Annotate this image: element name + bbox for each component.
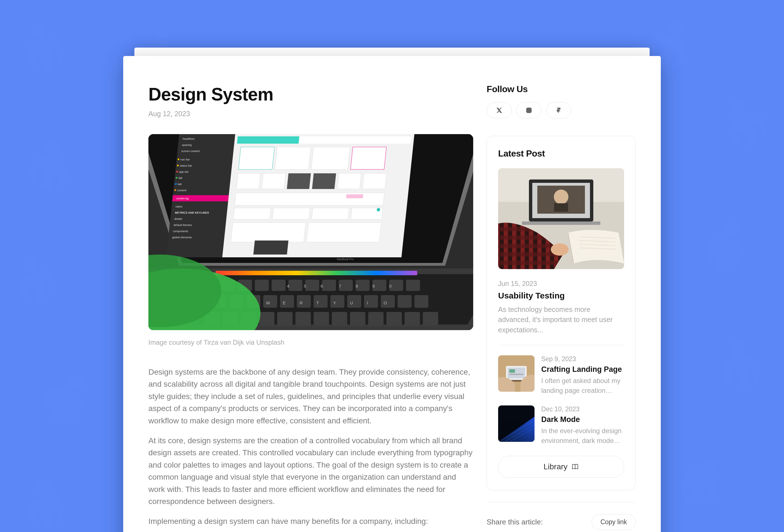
svg-rect-103 [306,223,381,242]
svg-text:MacBook Pro: MacBook Pro [337,258,354,261]
svg-text:9: 9 [372,284,375,288]
featured-post-date: Jun 15, 2023 [498,280,624,287]
svg-rect-4 [216,271,417,275]
svg-rect-95 [337,173,361,189]
svg-rect-93 [287,173,311,189]
page-title: Design System [148,84,473,105]
share-label: Share this article: [487,518,543,526]
svg-rect-40 [386,312,402,326]
svg-rect-92 [261,173,286,189]
svg-text:R: R [300,301,303,305]
svg-rect-29 [414,295,428,308]
post-thumbnail [498,405,534,442]
svg-rect-104 [253,241,288,254]
svg-text:divider: divider [174,217,183,220]
svg-point-118 [554,190,568,204]
svg-text:tab: tab [178,183,182,186]
svg-rect-87 [239,147,274,169]
svg-text:5: 5 [304,284,306,288]
svg-rect-42 [423,312,438,326]
svg-rect-41 [404,312,420,326]
post-title: Crafting Landing Page [541,365,624,374]
svg-rect-7 [255,280,269,291]
library-button[interactable]: Library [498,456,624,478]
svg-rect-37 [332,312,347,326]
svg-text:nav bar: nav bar [180,158,190,161]
book-icon [571,463,579,470]
svg-rect-119 [554,203,568,212]
svg-text:0: 0 [389,284,391,288]
svg-text:U: U [350,301,353,305]
svg-text:screen content: screen content [181,149,200,152]
svg-rect-100 [312,208,349,219]
svg-text:ratios: ratios [175,205,183,208]
svg-point-111 [528,109,530,111]
post-title: Dark Mode [541,415,624,424]
post-date: Sep 9, 2023 [541,355,624,363]
svg-text:I: I [367,301,368,305]
svg-rect-22 [297,295,311,308]
article-page: Design System Aug 12, 2023 [123,56,661,532]
svg-rect-27 [381,295,395,308]
svg-text:default themes: default themes [173,223,192,226]
hero-caption: Image courtesy of Tirza van Dijk via Uns… [148,338,473,346]
latest-post-heading: Latest Post [498,148,624,159]
post-excerpt: In the ever-evolving design environment,… [541,426,624,446]
svg-rect-131 [508,368,525,378]
post-excerpt: I often get asked about my landing page … [541,376,624,396]
svg-text:global elements: global elements [172,236,192,239]
svg-rect-24 [330,295,344,308]
svg-rect-16 [406,280,420,291]
svg-rect-39 [368,312,384,326]
svg-rect-9 [288,280,302,291]
featured-post-excerpt: As technology becomes more advanced, it'… [498,304,624,335]
copy-link-button[interactable]: Copy link [592,514,636,530]
svg-rect-21 [280,295,294,308]
svg-text:METRICS AND KEYLINES: METRICS AND KEYLINES [175,211,209,214]
post-thumbnail [498,355,534,392]
library-label: Library [543,462,567,471]
svg-rect-94 [312,173,336,189]
follow-us-heading: Follow Us [487,84,636,94]
svg-rect-20 [263,295,277,308]
svg-text:7: 7 [339,284,341,288]
svg-text:components: components [173,230,189,233]
svg-rect-106 [346,194,363,198]
post-item[interactable]: Dec 10, 2023 Dark Mode In the ever-evolv… [498,405,624,446]
svg-text:8: 8 [356,284,358,288]
svg-text:Y: Y [333,301,336,305]
post-item[interactable]: Sep 9, 2023 Crafting Landing Page I ofte… [498,355,624,396]
svg-text:app bar: app bar [179,170,189,173]
svg-rect-91 [236,173,260,189]
svg-text:spacing: spacing [182,143,192,146]
svg-rect-11 [322,280,336,291]
svg-rect-99 [273,208,310,219]
paragraph: Design systems are the backbone of any d… [148,366,473,427]
paragraph: At its core, design systems are the crea… [148,435,473,507]
featured-post-image[interactable] [498,168,624,269]
svg-rect-33 [259,312,274,326]
svg-rect-28 [398,295,412,308]
svg-rect-133 [509,374,523,375]
svg-rect-102 [231,223,306,242]
twitter-x-icon[interactable] [487,102,512,118]
svg-rect-132 [509,369,515,373]
svg-text:T: T [316,301,319,305]
svg-rect-25 [347,295,361,308]
svg-rect-89 [311,147,350,169]
featured-post-title[interactable]: Usability Testing [498,291,624,301]
svg-rect-38 [350,312,365,326]
svg-rect-86 [237,136,299,144]
svg-point-128 [551,243,569,256]
hero-image: 789 065 4UY TRE WIO [148,134,473,330]
svg-rect-36 [314,312,329,326]
svg-rect-120 [522,222,600,225]
social-links [487,102,636,118]
svg-text:6: 6 [320,284,323,288]
instagram-icon[interactable] [516,102,541,118]
article-date: Aug 12, 2023 [148,110,473,118]
framer-icon[interactable] [546,102,571,118]
svg-text:O: O [384,301,387,305]
svg-text:content: content [177,189,187,192]
share-row: Share this article: Copy link [487,502,636,532]
